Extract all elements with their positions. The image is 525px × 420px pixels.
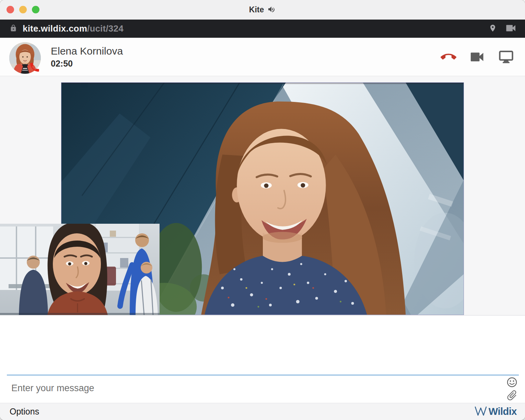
url-path: /ucit/324 — [87, 23, 124, 34]
self-video — [0, 224, 160, 315]
call-header: Elena Kornilova 02:50 — [0, 38, 525, 76]
url-text: kite.wildix.com/ucit/324 — [23, 23, 124, 34]
call-controls — [439, 38, 515, 76]
paperclip-icon — [506, 397, 518, 402]
title-bar: Kite — [0, 0, 525, 20]
participant-name: Elena Kornilova — [51, 45, 123, 58]
lock-icon — [10, 24, 17, 33]
wildix-wordmark: Wildix — [489, 406, 517, 417]
video-area — [0, 76, 525, 316]
location-pin-icon[interactable] — [489, 23, 497, 34]
url-host: kite.wildix.com — [23, 23, 87, 34]
maximize-button[interactable] — [32, 6, 39, 13]
attach-button[interactable] — [506, 389, 518, 401]
call-timer: 02:50 — [51, 58, 123, 69]
address-bar[interactable]: kite.wildix.com/ucit/324 — [0, 20, 525, 38]
minimize-button[interactable] — [19, 6, 27, 13]
screen-share-button[interactable] — [498, 49, 515, 65]
monitor-icon — [499, 60, 513, 65]
phone-hang-up-icon — [441, 61, 456, 66]
message-composer — [7, 375, 519, 398]
window-title: Kite — [249, 5, 264, 14]
wildix-mark-icon — [474, 405, 487, 418]
video-band-divider — [0, 315, 525, 316]
wildix-logo[interactable]: Wildix — [474, 405, 517, 418]
window-controls — [7, 6, 39, 13]
camera-button[interactable] — [469, 50, 487, 64]
video-camera-icon[interactable] — [506, 24, 517, 34]
camera-icon — [470, 59, 485, 64]
speaker-icon — [267, 5, 276, 15]
options-button[interactable]: Options — [10, 407, 39, 417]
close-button[interactable] — [7, 6, 14, 13]
emoji-button[interactable] — [506, 377, 517, 388]
phone-badge-icon — [29, 61, 40, 73]
message-input[interactable] — [7, 375, 480, 398]
kite-window: Kite kite.wildix.com/ucit/324 — [0, 0, 525, 420]
hang-up-button[interactable] — [439, 48, 458, 66]
footer-bar: Options Wildix — [0, 403, 525, 420]
